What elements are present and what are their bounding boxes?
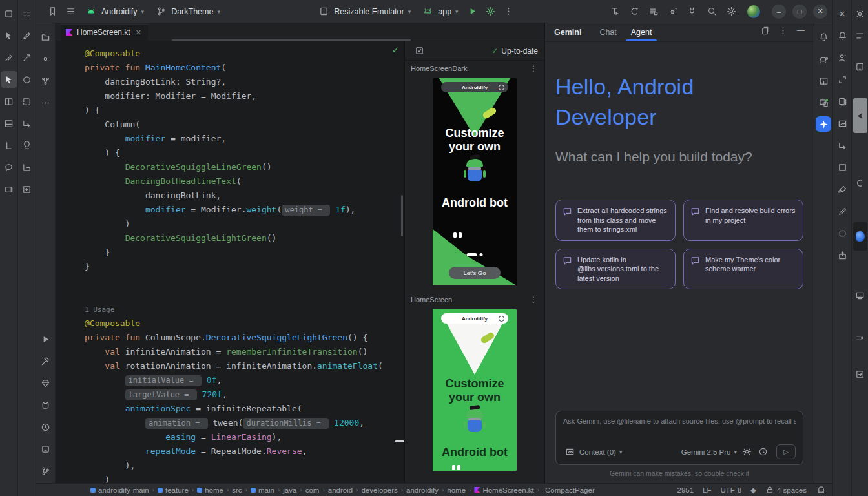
device-frame-icon[interactable] bbox=[852, 58, 868, 75]
tab-homescreen[interactable]: HomeScreen.kt ✕ bbox=[61, 24, 148, 41]
close-tab-icon[interactable]: ✕ bbox=[136, 28, 141, 37]
settings-icon[interactable] bbox=[723, 3, 739, 20]
inspections-ok-icon[interactable]: ✓ bbox=[392, 45, 399, 55]
device-manager-icon[interactable] bbox=[38, 440, 54, 457]
preview-phone-light[interactable]: Androidify Customizeyour own Android bot bbox=[433, 309, 517, 471]
code-line[interactable]: private fun ColumnScope.DecorativeSquigg… bbox=[85, 331, 404, 345]
breadcrumb-item[interactable]: developers bbox=[361, 486, 397, 494]
l-shape-icon[interactable] bbox=[1, 137, 17, 154]
code-line[interactable]: modifier: Modifier = Modifier, bbox=[85, 89, 404, 103]
code-line[interactable]: modifier = Modifier.weight(weight = 1f), bbox=[85, 203, 404, 217]
image-frame-icon[interactable] bbox=[834, 115, 850, 132]
logcat-icon[interactable] bbox=[38, 397, 54, 413]
notifications-icon[interactable] bbox=[816, 28, 831, 45]
pointer-search-icon[interactable] bbox=[1, 27, 17, 44]
layout-inspector-icon[interactable] bbox=[816, 72, 831, 89]
search-icon[interactable] bbox=[704, 3, 719, 20]
code-line[interactable]: modifier = modifier, bbox=[85, 132, 404, 146]
code-line[interactable]: Column( bbox=[85, 118, 404, 132]
export-chat-icon[interactable] bbox=[757, 22, 772, 39]
code-line[interactable] bbox=[85, 274, 404, 288]
connector-icon[interactable] bbox=[19, 49, 35, 66]
corner-ruler-icon[interactable] bbox=[19, 159, 35, 176]
rounded-square-icon[interactable] bbox=[834, 225, 850, 242]
history-icon[interactable] bbox=[756, 446, 769, 459]
pages-icon[interactable] bbox=[834, 93, 850, 110]
active-tool-tile[interactable] bbox=[853, 98, 867, 133]
suggestion-card[interactable]: Extract all hardcoded strings from this … bbox=[555, 200, 676, 241]
more-vertical-icon[interactable] bbox=[775, 22, 790, 39]
list-icon[interactable] bbox=[852, 27, 868, 44]
more-vertical-icon[interactable]: ⋮ bbox=[530, 295, 538, 304]
attach-image-icon[interactable] bbox=[563, 446, 576, 459]
code-line[interactable]: DecorativeSquiggleLightGreen() bbox=[85, 231, 404, 245]
model-selector[interactable]: Gemini 2.5 Pro bbox=[681, 448, 731, 456]
paint-tile[interactable] bbox=[853, 222, 867, 251]
send-button[interactable]: ▷ bbox=[776, 444, 796, 459]
stamp-icon[interactable] bbox=[19, 137, 35, 154]
split-horizontal-icon[interactable] bbox=[1, 115, 17, 132]
split-vertical-icon[interactable] bbox=[1, 93, 17, 110]
suggestion-card[interactable]: Make my Theme's color scheme warmer bbox=[683, 249, 803, 290]
plugin-ai-icon[interactable] bbox=[685, 3, 700, 20]
user-avatar[interactable] bbox=[747, 5, 760, 18]
overlay-close-icon[interactable]: ✕ bbox=[834, 5, 850, 22]
line-separator[interactable]: LF bbox=[703, 486, 711, 494]
tab-scrollbar[interactable] bbox=[172, 39, 411, 41]
pencil-icon[interactable] bbox=[19, 27, 35, 44]
code-editor[interactable]: @Composableprivate fun MainHomeContent( … bbox=[56, 41, 404, 483]
code-line[interactable]: dancingBotLink, bbox=[85, 189, 404, 203]
commit-icon[interactable] bbox=[38, 50, 54, 67]
more-tools-icon[interactable] bbox=[38, 94, 54, 111]
gear-sparkle-icon[interactable] bbox=[665, 3, 681, 20]
breadcrumb-item[interactable]: main bbox=[251, 486, 274, 494]
main-menu-icon[interactable] bbox=[64, 5, 77, 19]
code-line[interactable]: ) { bbox=[85, 103, 404, 118]
structure-icon[interactable] bbox=[38, 72, 54, 89]
box-arrow-icon[interactable] bbox=[852, 366, 868, 382]
breadcrumb-item[interactable]: feature bbox=[158, 486, 189, 494]
tab-agent[interactable]: Agent bbox=[627, 28, 656, 41]
diamond-icon[interactable]: ◆ bbox=[750, 486, 756, 495]
brush-icon[interactable] bbox=[834, 181, 850, 198]
editor-scrollbar[interactable] bbox=[401, 195, 403, 236]
project-selector[interactable]: Androidify ▾ bbox=[80, 2, 149, 21]
bell-icon[interactable] bbox=[834, 27, 850, 44]
more-actions-icon[interactable] bbox=[502, 5, 515, 19]
breadcrumb-item[interactable]: java bbox=[283, 486, 296, 494]
gemini-star-icon[interactable] bbox=[816, 116, 831, 132]
running-devices-icon[interactable] bbox=[816, 94, 831, 111]
selection-frame-icon[interactable] bbox=[19, 93, 35, 110]
window-icon[interactable] bbox=[1, 5, 17, 22]
code-line[interactable]: ) bbox=[85, 473, 404, 483]
ui-check-icon[interactable] bbox=[411, 43, 427, 59]
export-box-icon[interactable] bbox=[834, 247, 850, 264]
pencil-tool-icon[interactable] bbox=[834, 203, 850, 220]
square-tool-icon[interactable] bbox=[834, 159, 850, 176]
tab-chat[interactable]: Chat bbox=[595, 28, 620, 41]
code-line[interactable]: @Composable bbox=[85, 46, 404, 61]
breadcrumb-item[interactable]: CompactPager bbox=[542, 486, 595, 494]
code-line[interactable]: ) { bbox=[85, 146, 404, 160]
code-line[interactable]: easing = LinearEasing), bbox=[85, 430, 404, 444]
move-tool-icon[interactable] bbox=[1, 71, 17, 88]
text-sliders-icon[interactable] bbox=[852, 329, 868, 346]
context-selector[interactable]: Context (0) bbox=[579, 448, 616, 456]
caret-position[interactable]: 2951 bbox=[677, 486, 694, 494]
code-line[interactable]: val infiniteAnimation = rememberInfinite… bbox=[85, 345, 404, 359]
add-frame-icon[interactable] bbox=[19, 181, 35, 198]
run-tool-icon[interactable] bbox=[38, 331, 54, 347]
code-line[interactable]: 1 Usage bbox=[85, 302, 404, 316]
preview-phone-dark[interactable]: Androidify Customizeyour own Android bot bbox=[433, 78, 517, 285]
code-line[interactable]: @Composable bbox=[85, 316, 404, 331]
split-handle[interactable] bbox=[395, 440, 404, 442]
apply-changes-button[interactable] bbox=[484, 5, 497, 19]
frame-icon[interactable] bbox=[1, 181, 17, 198]
code-line[interactable]: val rotationAnimation = infiniteAnimatio… bbox=[85, 359, 404, 373]
build-tool-icon[interactable] bbox=[38, 353, 54, 369]
diff-lines-icon[interactable] bbox=[19, 5, 35, 22]
prompt-settings-icon[interactable] bbox=[740, 446, 753, 459]
code-line[interactable]: animationSpec = infiniteRepeatable( bbox=[85, 402, 404, 416]
run-config-selector[interactable]: app ▾ bbox=[417, 2, 462, 21]
code-line[interactable]: targetValue = 720f, bbox=[85, 388, 404, 402]
